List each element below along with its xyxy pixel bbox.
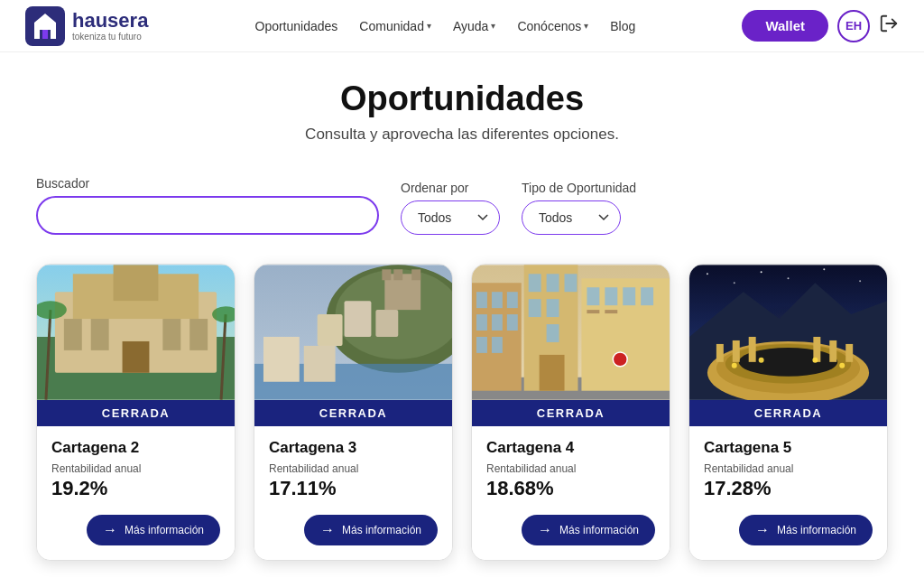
logo-text: hausera tokeniza tu futuro [72,10,148,42]
site-header: hausera tokeniza tu futuro Oportunidades… [0,0,924,52]
svg-rect-72 [829,340,836,362]
svg-rect-51 [623,287,635,305]
search-input[interactable] [36,196,379,235]
rent-value: 17.11% [269,477,438,500]
svg-rect-70 [749,337,756,362]
card-body: Cartagena 5 Rentabilidad anual 17.28% → … [689,426,887,560]
status-badge: CERRADA [689,400,887,426]
svg-point-55 [613,352,627,367]
main-nav: Oportunidades Comunidad ▾ Ayuda ▾ Conóce… [255,19,636,33]
card-body: Cartagena 3 Rentabilidad anual 17.11% → … [254,426,452,560]
svg-rect-11 [189,319,208,350]
search-group: Buscador [36,176,379,235]
card-image-cartagena5 [689,265,887,400]
svg-rect-6 [114,265,159,301]
status-badge: CERRADA [254,400,452,426]
logo-icon [25,6,65,46]
rent-label: Rentabilidad anual [51,462,220,475]
card-footer: → Más información [269,515,438,545]
svg-rect-27 [263,337,300,382]
svg-rect-37 [507,314,518,331]
card-body: Cartagena 2 Rentabilidad anual 19.2% → M… [37,426,235,560]
svg-rect-33 [492,292,503,308]
rent-label: Rentabilidad anual [704,462,873,475]
order-group: Ordenar por Todos [401,181,500,235]
svg-rect-50 [605,287,617,305]
more-info-button[interactable]: → Más información [87,515,220,545]
avatar[interactable]: EH [837,10,870,42]
svg-point-75 [759,358,764,363]
svg-rect-42 [547,274,559,292]
more-info-label: Más información [777,524,856,536]
logo[interactable]: hausera tokeniza tu futuro [25,6,148,46]
card-title: Cartagena 4 [486,439,655,457]
svg-point-77 [839,363,845,368]
type-select-wrap: Todos [522,200,636,235]
svg-rect-54 [605,310,617,313]
svg-rect-43 [565,274,578,292]
status-badge: CERRADA [37,400,235,426]
header-actions: Wallet EH [742,10,899,42]
page-subtitle: Consulta y aprovecha las diferentes opci… [36,126,888,144]
card-cartagena2[interactable]: CERRADA Cartagena 2 Rentabilidad anual 1… [36,264,236,561]
order-label: Ordenar por [401,181,500,195]
svg-rect-10 [162,319,180,350]
card-cartagena3[interactable]: CERRADA Cartagena 3 Rentabilidad anual 1… [254,264,453,561]
rent-label: Rentabilidad anual [269,462,438,475]
svg-rect-47 [540,355,565,391]
site-name: hausera [72,10,148,32]
nav-ayuda[interactable]: Ayuda ▾ [453,19,495,33]
svg-rect-49 [587,287,599,305]
card-title: Cartagena 2 [51,439,220,457]
svg-rect-35 [476,314,487,331]
more-info-label: Más información [342,524,421,536]
nav-blog[interactable]: Blog [610,19,635,33]
svg-point-59 [734,282,735,284]
card-footer: → Más información [51,515,220,545]
svg-rect-22 [318,314,343,346]
svg-point-74 [732,363,737,368]
status-badge: CERRADA [472,400,670,426]
filters-section: Buscador Ordenar por Todos Tipo de Oport… [36,176,888,235]
svg-rect-39 [492,337,503,353]
rent-label: Rentabilidad anual [486,462,655,475]
svg-rect-46 [547,324,559,342]
svg-rect-8 [64,319,82,350]
card-footer: → Más información [486,515,655,545]
svg-point-60 [761,271,762,273]
svg-rect-53 [587,310,599,313]
card-cartagena4[interactable]: CERRADA Cartagena 4 Rentabilidad anual 1… [471,264,670,561]
card-title: Cartagena 5 [704,439,873,457]
arrow-icon: → [538,522,552,538]
svg-rect-41 [529,274,541,292]
svg-rect-21 [375,310,398,337]
more-info-button[interactable]: → Más información [304,515,438,545]
card-cartagena5[interactable]: CERRADA Cartagena 5 Rentabilidad anual 1… [688,264,888,561]
nav-comunidad[interactable]: Comunidad ▾ [359,19,431,33]
svg-rect-36 [492,314,503,331]
svg-rect-69 [733,340,740,362]
more-info-button[interactable]: → Más información [522,515,655,545]
svg-rect-52 [641,287,653,305]
rent-value: 19.2% [51,477,220,500]
svg-point-76 [812,358,818,363]
type-select[interactable]: Todos [522,200,621,235]
nav-conocenos[interactable]: Conócenos ▾ [517,19,588,33]
more-info-label: Más información [559,524,639,536]
type-group: Tipo de Oportunidad Todos [522,181,636,235]
nav-oportunidades[interactable]: Oportunidades [255,19,338,33]
svg-point-58 [707,273,708,275]
svg-rect-38 [476,337,487,353]
svg-rect-9 [91,319,109,350]
more-info-label: Más información [125,524,204,536]
more-info-button[interactable]: → Más información [739,515,873,545]
svg-rect-24 [382,269,391,280]
wallet-button[interactable]: Wallet [742,10,828,42]
arrow-icon: → [103,522,117,538]
chevron-down-icon: ▾ [427,21,431,31]
order-select[interactable]: Todos [401,200,500,235]
cards-grid: CERRADA Cartagena 2 Rentabilidad anual 1… [36,264,888,561]
card-body: Cartagena 4 Rentabilidad anual 18.68% → … [472,426,670,560]
logout-icon[interactable] [879,14,899,38]
card-footer: → Más información [704,515,873,545]
